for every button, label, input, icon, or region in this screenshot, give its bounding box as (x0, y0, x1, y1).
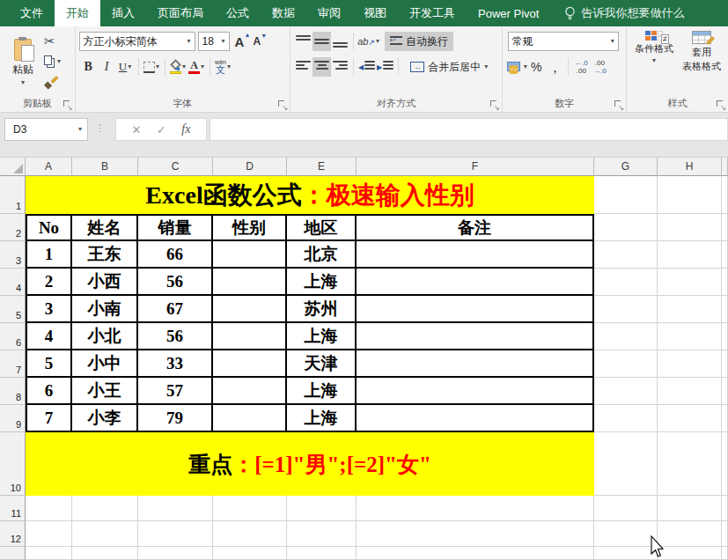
table-row[interactable]: 上海 (287, 378, 357, 405)
table-row[interactable]: 上海 (287, 323, 357, 350)
table-row[interactable] (213, 378, 287, 405)
cell[interactable] (287, 521, 357, 547)
paste-dropdown-arrow[interactable]: ▾ (21, 79, 25, 86)
footer-banner[interactable]: 重点：[=1]"男";[=2]"女" (26, 432, 594, 496)
paste-button[interactable]: 粘贴 ▾ (4, 30, 42, 95)
formula-bar-handle[interactable]: ⋮ (95, 122, 106, 134)
table-row[interactable]: 3 (26, 296, 72, 323)
table-row[interactable]: 66 (138, 241, 213, 269)
cell[interactable] (722, 323, 728, 350)
wrap-text-button[interactable]: ↩ 自动换行 (385, 32, 453, 51)
grow-font-button[interactable]: A▲ (235, 34, 245, 49)
table-row[interactable]: 小李 (72, 405, 138, 432)
cell[interactable] (722, 214, 728, 241)
row-header-5[interactable]: 5 (0, 296, 26, 323)
font-name-combobox[interactable]: 方正小标宋简体▾ (79, 32, 195, 51)
cell[interactable] (138, 547, 213, 560)
dialog-launcher-alignment[interactable] (490, 100, 499, 109)
table-row[interactable]: 4 (26, 323, 72, 350)
increase-decimal-button[interactable]: ←.0.00 (572, 57, 591, 77)
cell[interactable] (138, 496, 213, 521)
row-header-6[interactable]: 6 (0, 323, 26, 350)
cell[interactable] (722, 176, 728, 214)
cell[interactable] (594, 241, 658, 269)
cell[interactable] (72, 547, 138, 560)
cell[interactable] (722, 405, 728, 432)
table-row[interactable] (213, 323, 287, 350)
cell[interactable] (722, 350, 728, 378)
cell[interactable] (658, 378, 722, 405)
align-left-button[interactable] (294, 57, 313, 77)
table-row[interactable] (357, 269, 594, 296)
row-header-4[interactable]: 4 (0, 269, 26, 296)
tab-insert[interactable]: 插入 (100, 0, 146, 26)
table-row[interactable] (357, 296, 594, 323)
bold-button[interactable]: B (79, 57, 98, 77)
dialog-launcher-styles[interactable] (717, 100, 725, 109)
increase-indent-button[interactable]: ▶ (376, 57, 394, 77)
align-right-button[interactable] (331, 57, 349, 77)
cell[interactable] (26, 547, 72, 560)
font-color-button[interactable]: A▾ (188, 57, 206, 77)
table-row[interactable]: 2 (26, 269, 72, 296)
table-row[interactable] (213, 269, 287, 296)
col-header-b[interactable]: B (72, 157, 138, 176)
accounting-format-button[interactable]: ▾ (506, 57, 527, 77)
table-header-gender[interactable]: 性别 (213, 214, 287, 241)
cell[interactable] (722, 241, 728, 269)
row-header-1[interactable]: 1 (0, 176, 26, 214)
percent-style-button[interactable]: % (527, 57, 546, 77)
table-header-no[interactable]: No (26, 214, 72, 241)
cell[interactable] (213, 521, 287, 547)
col-header-a[interactable]: A (26, 157, 72, 176)
cancel-icon[interactable]: ✕ (132, 123, 142, 136)
conditional-formatting-button[interactable]: ≠ 条件格式 ▾ (630, 31, 678, 64)
table-row[interactable] (213, 296, 287, 323)
col-header-f[interactable]: F (357, 157, 594, 176)
tell-me-box[interactable]: 告诉我你想要做什么 (564, 0, 684, 26)
comma-style-button[interactable]: ， (546, 57, 564, 77)
cell[interactable] (722, 521, 728, 547)
fill-color-button[interactable]: ▾ (169, 57, 188, 77)
table-row[interactable]: 6 (26, 378, 72, 405)
title-banner[interactable]: Excel函数公式：极速输入性别 (26, 176, 594, 214)
table-header-name[interactable]: 姓名 (72, 214, 138, 241)
cell[interactable] (26, 521, 72, 547)
cell[interactable] (594, 269, 658, 296)
table-row[interactable]: 67 (138, 296, 213, 323)
cell[interactable] (594, 350, 658, 378)
cell[interactable] (658, 176, 722, 214)
col-header-g[interactable]: G (594, 157, 658, 176)
cell[interactable] (658, 269, 722, 296)
row-header-2[interactable]: 2 (0, 214, 26, 241)
col-header-e[interactable]: E (287, 157, 357, 176)
row-header-11[interactable]: 11 (0, 496, 26, 521)
align-middle-button[interactable] (313, 32, 331, 51)
cell[interactable] (138, 521, 213, 547)
tab-file[interactable]: 文件 (9, 0, 55, 26)
cell[interactable] (594, 323, 658, 350)
row-header-7[interactable]: 7 (0, 350, 26, 378)
cell[interactable] (658, 323, 722, 350)
table-header-region[interactable]: 地区 (287, 214, 357, 241)
cell[interactable] (658, 496, 722, 521)
tab-formulas[interactable]: 公式 (215, 0, 261, 26)
tab-home[interactable]: 开始 (55, 0, 100, 26)
dialog-launcher-number[interactable] (614, 100, 623, 109)
row-header-partial[interactable] (0, 547, 26, 560)
underline-button[interactable]: U▾ (116, 57, 135, 77)
table-row[interactable]: 小南 (72, 296, 138, 323)
cell[interactable] (72, 521, 138, 547)
cut-button[interactable]: ✂ (42, 33, 63, 50)
cell[interactable] (594, 547, 658, 560)
dialog-launcher-clipboard[interactable] (63, 100, 72, 109)
copy-button[interactable]: ▾ (42, 53, 63, 70)
tab-page-layout[interactable]: 页面布局 (146, 0, 215, 26)
row-header-12[interactable]: 12 (0, 521, 26, 547)
cell[interactable] (72, 496, 138, 521)
merge-center-button[interactable]: ↔ 合并后居中 ▾ (406, 57, 492, 77)
table-row[interactable]: 王东 (72, 241, 138, 269)
tab-data[interactable]: 数据 (261, 0, 306, 26)
cell[interactable] (287, 547, 357, 560)
align-center-button[interactable] (313, 57, 331, 77)
